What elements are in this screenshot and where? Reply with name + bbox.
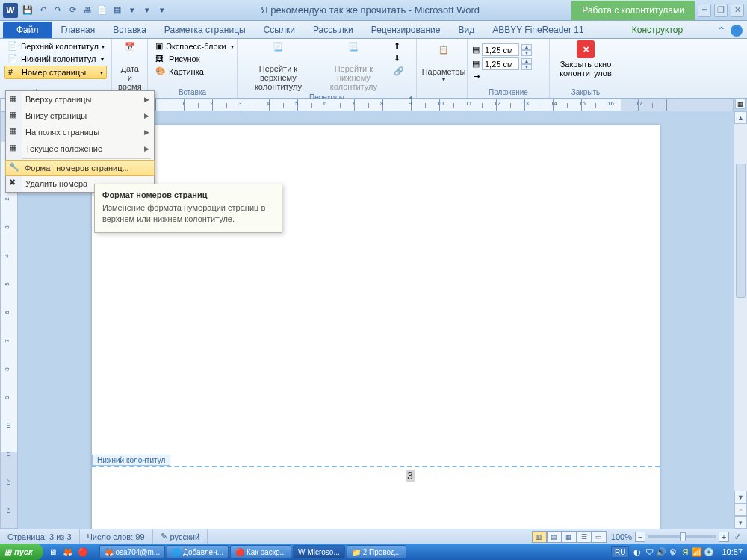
scroll-down-button[interactable]: ▼: [734, 491, 747, 503]
footer-button[interactable]: 📄Нижний колонтитул▾: [4, 53, 107, 65]
tray-icon[interactable]: 💿: [704, 547, 714, 557]
task-item[interactable]: WMicroso...: [293, 545, 345, 559]
page-number-button[interactable]: #Номер страницы▾: [4, 66, 107, 79]
spin-up[interactable]: ▲: [521, 44, 532, 50]
tab-mailings[interactable]: Рассылки: [304, 22, 362, 38]
quick-access-toolbar: 💾 ↶ ↷ ⟳ 🖶 📄 ▦ ▾ ▾ ▾: [21, 4, 169, 17]
language-indicator[interactable]: RU: [611, 546, 629, 558]
link-icon: 🔗: [394, 66, 404, 77]
task-item[interactable]: 📁2 Провод...: [347, 545, 406, 559]
zoom-out-button[interactable]: −: [635, 532, 645, 542]
tab-review[interactable]: Рецензирование: [362, 22, 450, 38]
tab-abbyy[interactable]: ABBYY FineReader 11: [483, 22, 593, 38]
tab-insert[interactable]: Вставка: [104, 22, 155, 38]
options-icon: 📋: [433, 45, 454, 66]
scroll-thumb[interactable]: [736, 164, 746, 298]
minimize-ribbon-icon[interactable]: ⌃: [717, 25, 726, 37]
qat-more-icon[interactable]: ▾: [140, 4, 154, 17]
status-words[interactable]: Число слов: 99: [80, 529, 153, 544]
spin-down[interactable]: ▼: [521, 64, 532, 70]
qat-undo-icon[interactable]: ↶: [36, 4, 49, 17]
header-button[interactable]: 📄Верхний колонтитул▾: [4, 40, 107, 52]
help-icon[interactable]: ?: [731, 25, 743, 37]
tab-pagelayout[interactable]: Разметка страницы: [155, 22, 255, 38]
prev-page-nav[interactable]: ◦: [734, 503, 747, 516]
options-button[interactable]: 📋 Параметры ▾: [421, 40, 466, 87]
task-item[interactable]: 🦊osa704@m...: [99, 545, 166, 559]
status-page[interactable]: Страница: 3 из 3: [0, 529, 80, 544]
view-print-layout[interactable]: ▥: [532, 531, 547, 543]
datetime-button[interactable]: 📅 Дата и время: [117, 40, 143, 93]
qat-print-icon[interactable]: 🖶: [81, 4, 94, 17]
header-icon: 📄: [7, 41, 18, 52]
file-tab[interactable]: Файл: [3, 22, 52, 38]
scroll-up-button[interactable]: ▲: [734, 111, 747, 124]
qat-new-icon[interactable]: ▦: [111, 4, 124, 17]
ruler-toggle[interactable]: ▦: [735, 99, 746, 109]
footer-distance-input[interactable]: [482, 57, 519, 70]
quickparts-button[interactable]: ▣Экспресс-блоки▾: [152, 40, 232, 52]
menu-format-page-numbers[interactable]: 🔧Формат номеров страниц...: [5, 160, 155, 176]
zoom-slider[interactable]: [648, 535, 716, 538]
menu-bottom-of-page[interactable]: ▦Внизу страницы▶: [6, 108, 154, 124]
tray-icon[interactable]: 🔊: [656, 547, 666, 557]
tab-home[interactable]: Главная: [52, 22, 105, 38]
next-page-nav[interactable]: ▾: [734, 516, 747, 529]
zoom-value[interactable]: 100%: [611, 532, 632, 541]
tray-icon[interactable]: Я: [680, 547, 690, 557]
insert-tab-button[interactable]: ⇥: [472, 72, 545, 82]
menu-page-margins[interactable]: ▦На полях страницы▶: [6, 124, 154, 140]
task-item[interactable]: 🌐Добавлен...: [167, 545, 229, 559]
qat-customize-icon[interactable]: ▾: [155, 4, 169, 17]
qat-open-icon[interactable]: ▾: [125, 4, 139, 17]
close-x-icon: ✕: [577, 40, 595, 58]
prev-icon: ⬆: [394, 41, 404, 52]
spin-down[interactable]: ▼: [521, 50, 532, 56]
view-web[interactable]: ▦: [562, 531, 577, 543]
nav-prev-button[interactable]: ⬆: [393, 40, 412, 52]
tray-icon[interactable]: ⚙: [668, 547, 678, 557]
header-distance-input[interactable]: [482, 43, 519, 56]
clipart-button[interactable]: 🎨Картинка: [152, 66, 232, 78]
ql-firefox-icon[interactable]: 🦊: [61, 545, 75, 559]
tab-references[interactable]: Ссылки: [255, 22, 304, 38]
header-distance-row: ▤ ▲▼: [472, 43, 545, 56]
tab-view[interactable]: Вид: [449, 22, 483, 38]
close-button[interactable]: ✕: [731, 4, 744, 17]
page-number-dropdown: ▦Вверху страницы▶ ▦Внизу страницы▶ ▦На п…: [5, 90, 155, 193]
footer-icon: 📄: [7, 54, 18, 64]
goto-header-button[interactable]: 📃 Перейти к верхнему колонтитулу: [242, 40, 314, 93]
page-number-field[interactable]: 3: [406, 470, 415, 482]
menu-current-position[interactable]: ▦Текущее положение▶: [6, 140, 154, 157]
taskbar-clock[interactable]: 10:57: [717, 547, 747, 556]
next-icon: ⬇: [394, 54, 404, 64]
start-button[interactable]: ⊞пуск: [0, 544, 43, 560]
picture-button[interactable]: 🖼Рисунок: [152, 53, 232, 65]
nav-link-button[interactable]: 🔗: [393, 66, 412, 78]
qat-redo-icon[interactable]: ↷: [51, 4, 64, 17]
nav-next-button[interactable]: ⬇: [393, 53, 412, 65]
view-outline[interactable]: ☰: [577, 531, 592, 543]
zoom-knob[interactable]: [680, 532, 686, 541]
tray-icon[interactable]: 🛡: [644, 547, 654, 557]
vertical-scrollbar[interactable]: ▲ ▼ ◦ ▾: [734, 111, 747, 529]
restore-button[interactable]: ❐: [714, 4, 728, 17]
qat-refresh-icon[interactable]: ⟳: [66, 4, 79, 17]
close-hf-button[interactable]: ✕ Закрыть окно колонтитулов: [554, 40, 617, 87]
menu-top-of-page[interactable]: ▦Вверху страницы▶: [6, 91, 154, 108]
task-item[interactable]: 🔴Как раскр...: [230, 545, 291, 559]
qat-save-icon[interactable]: 💾: [21, 4, 34, 17]
status-lang[interactable]: ✎русский: [153, 529, 208, 544]
ql-opera-icon[interactable]: 🔴: [76, 545, 90, 559]
view-fullscreen[interactable]: ▤: [547, 531, 562, 543]
ql-desktop-icon[interactable]: 🖥: [46, 545, 60, 559]
minimize-button[interactable]: ━: [698, 4, 711, 17]
tab-design-context[interactable]: Конструктор: [623, 22, 692, 38]
spin-up[interactable]: ▲: [521, 58, 532, 64]
zoom-fit-button[interactable]: ⤢: [732, 532, 743, 541]
view-draft[interactable]: ▭: [592, 531, 607, 543]
tray-icon[interactable]: ◐: [632, 547, 642, 557]
zoom-in-button[interactable]: +: [719, 532, 729, 542]
qat-quickprint-icon[interactable]: 📄: [96, 4, 109, 17]
tray-icon[interactable]: 📶: [692, 547, 702, 557]
